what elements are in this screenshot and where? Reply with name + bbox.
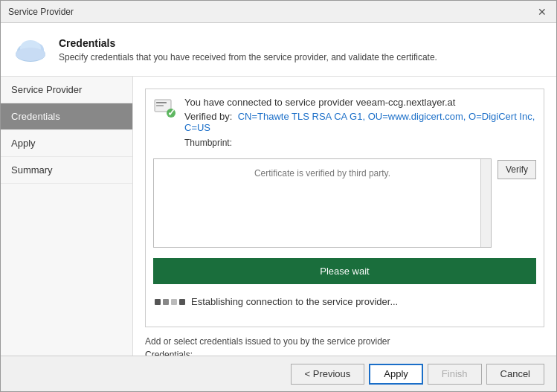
apply-button[interactable]: Apply <box>369 364 423 385</box>
window-title: Service Provider <box>8 7 74 17</box>
svg-point-4 <box>16 48 45 61</box>
thumbprint-label: Thumbprint: <box>184 138 536 148</box>
cert-box-wrapper: Certificate is verified by third party. … <box>153 158 536 248</box>
sidebar-item-credentials[interactable]: Credentials <box>1 103 132 130</box>
verified-label: Verified by: <box>184 111 232 122</box>
credentials-label: Credentials: <box>145 350 544 356</box>
verified-row: Verified by: CN=Thawte TLS RSA CA G1, OU… <box>184 111 536 133</box>
establishing-row: Establishing connection to the service p… <box>153 292 536 312</box>
header-text: Credentials Specify credentials that you… <box>59 37 437 62</box>
cert-info-box: ✓ You have connected to service provider… <box>145 89 544 327</box>
sidebar: Service Provider Credentials Apply Summa… <box>1 77 133 356</box>
cert-placeholder: Certificate is verified by third party. <box>154 164 491 183</box>
cloud-icon <box>13 35 48 65</box>
svg-rect-7 <box>156 105 164 106</box>
spinner-icon <box>155 299 185 305</box>
header-section: Credentials Specify credentials that you… <box>1 23 556 77</box>
footer: < Previous Apply Finish Cancel <box>1 356 556 391</box>
close-button[interactable]: ✕ <box>535 5 549 19</box>
header-description: Specify credentials that you have receiv… <box>59 52 437 62</box>
main-area: Service Provider Credentials Apply Summa… <box>1 77 556 356</box>
verify-button[interactable]: Verify <box>498 160 536 179</box>
connection-message: You have connected to service provider v… <box>184 97 536 108</box>
cancel-button[interactable]: Cancel <box>486 364 544 385</box>
dialog-window: Service Provider ✕ Credentials Specify c… <box>0 0 557 392</box>
header-title: Credentials <box>59 37 437 49</box>
connection-text: You have connected to service provider v… <box>184 97 536 151</box>
connection-info: ✓ You have connected to service provider… <box>153 97 536 151</box>
svg-text:✓: ✓ <box>167 107 176 118</box>
sidebar-item-apply[interactable]: Apply <box>1 130 132 157</box>
add-credentials-label: Add or select credentials issued to you … <box>145 336 544 347</box>
content-area: ✓ You have connected to service provider… <box>133 77 556 356</box>
title-bar: Service Provider ✕ <box>1 1 556 23</box>
sidebar-item-summary[interactable]: Summary <box>1 157 132 184</box>
please-wait-box: Please wait <box>153 258 536 284</box>
finish-button[interactable]: Finish <box>428 364 482 385</box>
certificate-icon: ✓ <box>153 98 177 119</box>
sidebar-item-service-provider[interactable]: Service Provider <box>1 77 132 103</box>
verified-value: CN=Thawte TLS RSA CA G1, OU=www.digicert… <box>184 111 535 133</box>
please-wait-text: Please wait <box>320 266 369 277</box>
establishing-text: Establishing connection to the service p… <box>191 296 398 307</box>
cert-scrollbar[interactable] <box>480 159 491 247</box>
cert-textbox: Certificate is verified by third party. <box>153 158 492 248</box>
previous-button[interactable]: < Previous <box>291 364 365 385</box>
svg-rect-6 <box>156 102 167 103</box>
